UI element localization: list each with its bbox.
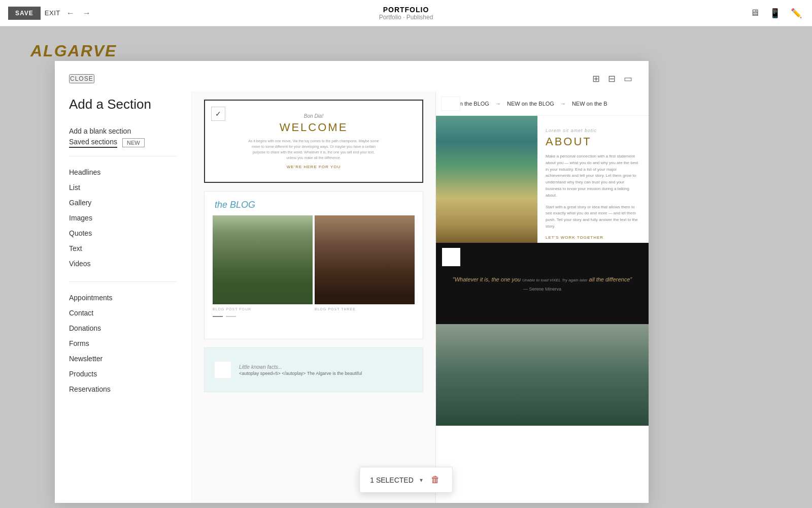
about-body-1: Make a personal connection with a first …	[546, 153, 640, 199]
grid-2-button[interactable]: ⊟	[606, 71, 618, 86]
blog-caption-1: BLOG POST FOUR	[213, 307, 313, 311]
top-bar: SAVE EXIT ← → PORTFOLIO Portfolio · Publ…	[0, 0, 812, 26]
welcome-title: WELCOME	[248, 121, 380, 134]
sidebar-item-contact[interactable]: Contact	[69, 305, 93, 321]
sidebar-title: Add a Section	[69, 91, 177, 112]
welcome-preview: Bon Dia! WELCOME As it begins with one m…	[205, 101, 422, 182]
top-bar-left: SAVE EXIT ← →	[8, 7, 93, 20]
blog-title: the BLOG	[215, 200, 413, 210]
blog-caption-2: BLOG POST THREE	[315, 307, 415, 311]
about-title: ABOUT	[546, 135, 640, 148]
desktop-view-button[interactable]: 🖥	[748, 6, 761, 20]
undo-button[interactable]: ←	[64, 7, 77, 20]
modal-content: Add a Section Add a blank section Saved …	[55, 91, 649, 503]
selected-bar: 1 SELECTED ▾ 🗑	[359, 467, 453, 493]
sidebar-item-reservations[interactable]: Reservations	[69, 382, 111, 397]
sidebar-more-categories: Appointments Contact Donations Forms New…	[69, 290, 177, 397]
top-bar-center: PORTFOLIO Portfolio · Published	[379, 6, 433, 21]
sidebar-item-headlines[interactable]: Headlines	[69, 165, 100, 180]
about-link: LET'S WORK TOGETHER	[546, 235, 640, 240]
save-button[interactable]: SAVE	[8, 7, 41, 20]
sidebar-item-text[interactable]: Text	[69, 241, 82, 256]
page-title: PORTFOLIO	[379, 6, 433, 14]
about-body-2: Start with a great story or idea that al…	[546, 204, 640, 230]
scroll-text-3: NEW on the B	[572, 101, 607, 107]
new-badge[interactable]: NEW	[122, 138, 145, 147]
quote-main: "Whatever it is, the one you Unable to l…	[453, 275, 632, 284]
edit-mode-button[interactable]: ✏️	[789, 6, 804, 21]
arrow-1: →	[495, 101, 501, 107]
welcome-section-card[interactable]: ✓ Bon Dia! WELCOME As it begins with one…	[204, 100, 423, 183]
section-sidebar: Add a Section Add a blank section Saved …	[55, 91, 192, 503]
quote-white-box	[442, 248, 460, 266]
blog-image-2	[315, 215, 415, 304]
right-preview-panel: NEW on the BLOG → NEW on the BLOG → NEW …	[435, 91, 649, 503]
top-bar-right: 🖥 📱 ✏️	[748, 6, 804, 21]
quote-error: Unable to load ViXEL Try again later	[522, 278, 588, 282]
sidebar-categories: Headlines List Gallery Images Quotes Tex…	[69, 165, 177, 271]
modal-close-button[interactable]: CLOSE	[69, 74, 94, 83]
page-subtitle: Portfolio · Published	[379, 14, 433, 21]
page-dot-2	[226, 316, 236, 317]
quote-section-preview: "Whatever it is, the one you Unable to l…	[436, 243, 649, 324]
welcome-inner: Bon Dia! WELCOME As it begins with one m…	[248, 113, 380, 170]
sidebar-item-appointments[interactable]: Appointments	[69, 290, 113, 305]
welcome-link: WE'RE HERE FOR YOU	[248, 165, 380, 169]
text-card-box	[215, 362, 231, 378]
text-section-card[interactable]: Little known facts... <autoplay speed=5>…	[204, 347, 423, 392]
view-toggle-group: ⊞ ⊟ ▭	[590, 71, 634, 86]
text-content: <autoplay speed=5> </autoplay> The Algar…	[239, 371, 362, 376]
quote-text: "Whatever it is, the one you Unable to l…	[443, 265, 642, 302]
selected-count: 1 SELECTED	[370, 476, 414, 484]
mobile-view-button[interactable]: 📱	[767, 6, 783, 21]
saved-sections-row: Saved sections NEW	[69, 138, 177, 148]
exit-button[interactable]: EXIT	[45, 9, 60, 17]
sidebar-item-quotes[interactable]: Quotes	[69, 226, 92, 241]
sections-grid: ✓ Bon Dia! WELCOME As it begins with one…	[204, 100, 423, 392]
arrow-2: →	[560, 101, 566, 107]
saved-sections-label[interactable]: Saved sections	[69, 138, 117, 148]
sidebar-item-list[interactable]: List	[69, 180, 80, 195]
scrolling-white-overlay	[441, 97, 460, 111]
single-view-button[interactable]: ▭	[622, 71, 634, 86]
text-card-text: Little known facts... <autoplay speed=5>…	[239, 364, 362, 376]
grid-3-button[interactable]: ⊞	[590, 71, 602, 86]
sidebar-item-gallery[interactable]: Gallery	[69, 195, 91, 210]
blog-captions: BLOG POST FOUR BLOG POST THREE	[205, 304, 423, 314]
sidebar-item-videos[interactable]: Videos	[69, 256, 91, 271]
sidebar-item-images[interactable]: Images	[69, 210, 92, 226]
about-section-preview: Lorem sit amet botic ABOUT Make a person…	[436, 116, 649, 243]
quote-author: — Serene Minerva	[453, 287, 632, 292]
sidebar-item-products[interactable]: Products	[69, 366, 97, 382]
blog-image-1	[213, 215, 313, 304]
about-image	[436, 116, 537, 243]
blog-images	[205, 215, 423, 304]
redo-button[interactable]: →	[81, 7, 93, 20]
add-blank-section-button[interactable]: Add a blank section	[69, 124, 131, 138]
scroll-text-2: NEW on the BLOG	[507, 101, 554, 107]
section-checkmark: ✓	[211, 107, 225, 121]
blog-header: the BLOG	[205, 192, 423, 215]
add-section-modal: CLOSE ⊞ ⊟ ▭ Add a Section Add a blank se…	[55, 61, 649, 503]
welcome-text: As it begins with one move, Via the toy …	[248, 138, 380, 161]
chevron-down-icon[interactable]: ▾	[420, 477, 423, 484]
scrolling-text-banner: NEW on the BLOG → NEW on the BLOG → NEW …	[436, 91, 649, 116]
sidebar-divider	[69, 156, 177, 156]
page-dot-1	[213, 316, 223, 317]
sections-main-content: ✓ Bon Dia! WELCOME As it begins with one…	[192, 91, 435, 503]
text-label: Little known facts...	[239, 364, 362, 370]
landscape-preview	[436, 324, 649, 426]
sidebar-item-newsletter[interactable]: Newsletter	[69, 351, 103, 366]
blog-pagination	[205, 314, 423, 319]
welcome-bon: Bon Dia!	[248, 113, 380, 119]
site-logo: ALGARVE	[30, 42, 117, 60]
sidebar-divider-2	[69, 281, 177, 282]
delete-button[interactable]: 🗑	[429, 472, 442, 487]
about-text: Lorem sit amet botic ABOUT Make a person…	[537, 116, 649, 243]
blog-preview: the BLOG BLOG POST FOUR BLOG POST THRE	[205, 192, 423, 339]
blog-section-card[interactable]: the BLOG BLOG POST FOUR BLOG POST THRE	[204, 191, 423, 339]
modal-header: CLOSE ⊞ ⊟ ▭	[55, 61, 649, 91]
sidebar-item-donations[interactable]: Donations	[69, 321, 101, 336]
about-subtitle: Lorem sit amet botic	[546, 128, 640, 133]
sidebar-item-forms[interactable]: Forms	[69, 336, 89, 351]
